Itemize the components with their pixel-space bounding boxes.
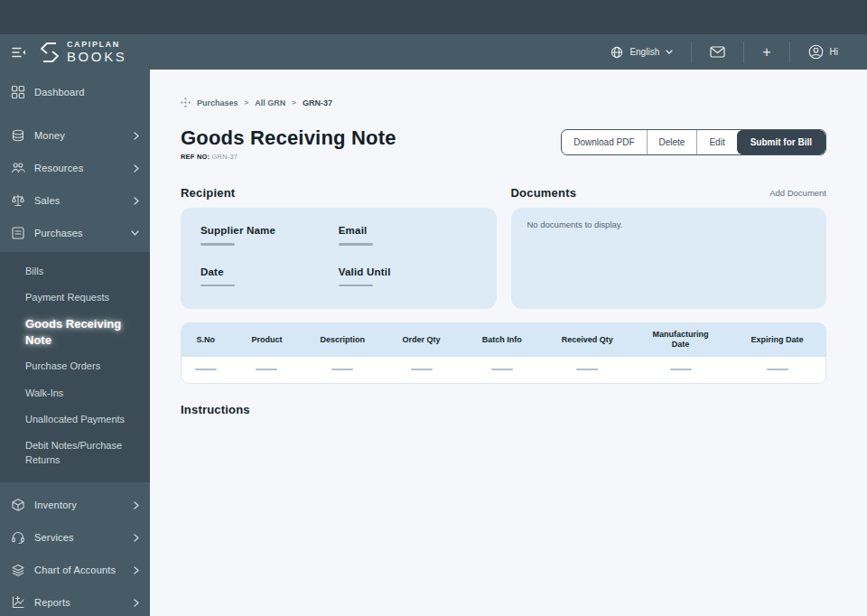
- page-header: Goods Receiving Note REF NO: GRN-37 Down…: [181, 126, 826, 161]
- sidebar-item-resources[interactable]: Resources: [0, 154, 150, 182]
- recipient-heading: Recipient: [181, 186, 235, 200]
- brand-logo[interactable]: CAPIPLAN BOOKS: [38, 40, 126, 65]
- sidebar-item-inventory[interactable]: Inventory: [0, 491, 150, 518]
- brand-name-bottom: BOOKS: [67, 50, 126, 63]
- submenu-item-unallocated-payments[interactable]: Unallocated Payments: [0, 406, 150, 433]
- chevron-right-icon: [134, 501, 139, 509]
- brand-logo-text: CAPIPLAN BOOKS: [67, 41, 126, 63]
- field-label: Supplier Name: [200, 225, 339, 236]
- recipient-section: Recipient Supplier Name Email Date Valid…: [181, 185, 497, 309]
- sidebar-item-label: Dashboard: [34, 87, 85, 98]
- table-header-row: S.No Product Description Order Qty Batch…: [182, 323, 825, 357]
- purchases-submenu: Bills Payment Requests Goods Receiving N…: [0, 252, 150, 482]
- messages-button[interactable]: [692, 46, 743, 58]
- chevron-right-icon: [134, 197, 139, 205]
- user-greeting: Hi: [830, 47, 838, 57]
- sidebar-item-chart-of-accounts[interactable]: Chart of Accounts: [0, 556, 150, 583]
- empty-value-dash: [200, 243, 235, 246]
- user-avatar-icon: [808, 44, 824, 60]
- empty-value-dash: [195, 369, 217, 371]
- page-title-block: Goods Receiving Note REF NO: GRN-37: [181, 126, 396, 161]
- column-header-received-qty: Received Qty: [542, 323, 632, 357]
- field-date: Date: [200, 266, 339, 293]
- empty-value-dash: [670, 369, 692, 371]
- ref-number-line: REF NO: GRN-37: [181, 153, 396, 161]
- table-cell: [229, 357, 303, 384]
- column-header-description: Description: [303, 323, 381, 357]
- empty-value-dash: [331, 369, 353, 371]
- submenu-item-bills[interactable]: Bills: [0, 258, 150, 285]
- sales-icon: [11, 193, 25, 208]
- submenu-item-payment-requests[interactable]: Payment Requests: [0, 285, 150, 311]
- user-menu[interactable]: Hi: [790, 44, 856, 60]
- chevron-right-icon: [134, 164, 139, 173]
- documents-heading: Documents: [511, 186, 577, 200]
- quick-add-button[interactable]: +: [744, 45, 788, 60]
- sidebar-item-services[interactable]: Services: [0, 524, 150, 551]
- submenu-item-walk-ins[interactable]: Walk-Ins: [0, 380, 150, 406]
- table-cell: [542, 357, 632, 384]
- field-supplier-name: Supplier Name: [200, 225, 339, 251]
- empty-value-dash: [339, 285, 373, 287]
- appbar-right: English +: [592, 42, 856, 63]
- main-content: Purchases > All GRN > GRN-37 Goods Recei…: [150, 70, 867, 616]
- submenu-item-debit-notes-purchase-returns[interactable]: Debit Notes/Purchase Returns: [0, 433, 150, 473]
- sidebar-item-dashboard[interactable]: Dashboard: [0, 77, 150, 107]
- field-email: Email: [339, 225, 477, 251]
- submenu-item-goods-receiving-note[interactable]: Goods Receiving Note: [0, 312, 150, 353]
- field-valid-until: Valid Until: [339, 266, 477, 293]
- items-table: S.No Product Description Order Qty Batch…: [181, 322, 826, 384]
- brand-logo-icon: [38, 40, 61, 65]
- table-cell: [461, 357, 542, 384]
- column-header-manufacturing-date: Manufacturing Date: [632, 323, 729, 357]
- column-header-order-qty: Order Qty: [381, 323, 461, 357]
- column-header-expiring-date: Expiring Date: [729, 323, 825, 357]
- documents-card: No documents to display.: [511, 208, 827, 309]
- money-icon: [11, 128, 25, 143]
- table-cell: [632, 357, 729, 384]
- reports-icon: [11, 595, 25, 610]
- sidebar-item-purchases[interactable]: Purchases: [0, 219, 150, 247]
- download-pdf-button[interactable]: Download PDF: [562, 130, 646, 154]
- documents-section: Documents Add Document No documents to d…: [511, 185, 827, 309]
- appbar-left: CAPIPLAN BOOKS: [11, 40, 126, 65]
- recipient-card: Supplier Name Email Date Valid Until: [181, 208, 497, 309]
- delete-button[interactable]: Delete: [647, 130, 697, 154]
- chevron-down-icon: [666, 50, 673, 54]
- table-cell: [303, 357, 381, 384]
- sidebar-collapse-icon[interactable]: [11, 46, 27, 59]
- sidebar-item-sales[interactable]: Sales: [0, 187, 150, 214]
- chevron-down-icon: [131, 230, 139, 236]
- sidebar-item-label: Resources: [34, 163, 83, 173]
- language-label: English: [629, 47, 659, 57]
- empty-value-dash: [200, 285, 235, 287]
- inventory-icon: [11, 498, 25, 512]
- window-top-band: [0, 0, 867, 34]
- sidebar-item-reports[interactable]: Reports: [0, 589, 150, 616]
- language-selector[interactable]: English: [592, 46, 691, 59]
- breadcrumb-item-purchases[interactable]: Purchases: [197, 98, 238, 107]
- breadcrumb-separator: >: [245, 98, 249, 107]
- column-header-product: Product: [229, 323, 303, 357]
- sidebar-item-label: Purchases: [34, 228, 83, 238]
- empty-value-dash: [576, 369, 598, 371]
- instructions-heading: Instructions: [181, 403, 826, 416]
- app-bar: CAPIPLAN BOOKS English: [0, 34, 867, 70]
- brand-name-top: CAPIPLAN: [67, 41, 126, 49]
- resources-icon: [11, 161, 25, 175]
- breadcrumb-item-current: GRN-37: [303, 98, 332, 107]
- chart-of-accounts-icon: [11, 563, 25, 577]
- add-document-link[interactable]: Add Document: [769, 188, 826, 198]
- chevron-right-icon: [134, 132, 139, 140]
- breadcrumb-item-all-grn[interactable]: All GRN: [255, 98, 285, 107]
- empty-value-dash: [767, 369, 788, 371]
- submenu-item-purchase-orders[interactable]: Purchase Orders: [0, 353, 150, 379]
- field-label: Email: [339, 225, 477, 236]
- edit-button[interactable]: Edit: [696, 130, 736, 154]
- plus-icon: +: [762, 45, 770, 60]
- sidebar-item-money[interactable]: Money: [0, 122, 150, 149]
- sidebar-item-label: Reports: [34, 597, 70, 608]
- chevron-right-icon: [134, 599, 139, 607]
- submit-for-bill-button[interactable]: Submit for Bill: [737, 130, 825, 154]
- breadcrumb-separator: >: [292, 98, 296, 107]
